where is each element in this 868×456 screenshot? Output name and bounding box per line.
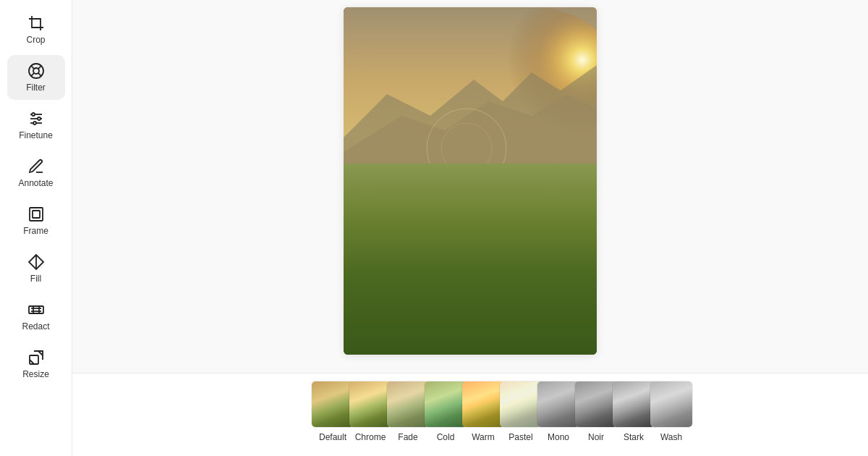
svg-line-33 xyxy=(528,210,532,355)
svg-point-37 xyxy=(373,217,380,232)
fill-icon xyxy=(27,253,45,271)
svg-point-44 xyxy=(459,174,471,200)
filter-label-cold: Cold xyxy=(437,432,455,442)
filter-item-cold[interactable]: Cold xyxy=(424,381,467,442)
sidebar-label-fill: Fill xyxy=(30,274,41,284)
svg-line-30 xyxy=(463,214,470,355)
resize-icon xyxy=(27,349,45,366)
filter-item-mono[interactable]: Mono xyxy=(537,381,580,442)
filter-item-fade[interactable]: Fade xyxy=(386,381,430,442)
filter-item-default[interactable]: Default xyxy=(311,381,354,442)
svg-rect-12 xyxy=(30,208,43,221)
svg-line-4 xyxy=(38,66,41,69)
sidebar-label-frame: Frame xyxy=(23,226,48,236)
filter-icon xyxy=(27,62,45,80)
filter-label-fade: Fade xyxy=(398,432,417,442)
filter-label-default: Default xyxy=(319,432,346,442)
redact-icon xyxy=(27,301,45,318)
filter-thumb-chrome xyxy=(349,381,392,428)
sidebar-item-fill[interactable]: Fill xyxy=(7,246,65,291)
filter-thumb-stark xyxy=(612,381,655,428)
filter-thumb-noir xyxy=(574,381,618,428)
sidebar-label-filter: Filter xyxy=(26,83,46,93)
svg-point-38 xyxy=(418,198,428,219)
filter-thumb-cold xyxy=(424,381,467,428)
filter-thumb-fade xyxy=(386,381,430,428)
svg-point-1 xyxy=(33,68,39,74)
svg-point-10 xyxy=(38,117,41,120)
svg-rect-13 xyxy=(33,211,40,218)
svg-line-5 xyxy=(30,73,33,76)
filter-item-pastel[interactable]: Pastel xyxy=(499,381,542,442)
sidebar-label-finetune: Finetune xyxy=(19,130,53,140)
sidebar-item-filter[interactable]: Filter xyxy=(7,55,65,100)
image-preview xyxy=(344,7,597,355)
svg-point-39 xyxy=(416,214,423,228)
svg-line-28 xyxy=(420,221,430,355)
svg-line-26 xyxy=(376,224,391,355)
sidebar-item-crop[interactable]: Crop xyxy=(7,7,65,52)
canvas-area xyxy=(72,0,868,373)
svg-point-36 xyxy=(379,208,388,226)
svg-line-25 xyxy=(373,217,383,355)
sidebar-label-crop: Crop xyxy=(26,35,45,45)
filter-item-stark[interactable]: Stark xyxy=(612,381,655,442)
finetune-icon xyxy=(27,110,45,127)
sidebar-item-finetune[interactable]: Finetune xyxy=(7,103,65,148)
sidebar-label-redact: Redact xyxy=(22,321,49,332)
svg-line-29 xyxy=(445,206,452,355)
sidebar-label-annotate: Annotate xyxy=(18,178,53,188)
svg-rect-22 xyxy=(344,181,597,355)
filter-label-mono: Mono xyxy=(548,432,569,442)
filter-label-warm: Warm xyxy=(472,432,495,442)
sidebar-item-resize[interactable]: Resize xyxy=(7,342,65,387)
sidebar-item-redact[interactable]: Redact xyxy=(7,294,65,339)
filter-label-noir: Noir xyxy=(588,432,604,442)
filter-thumb-default xyxy=(311,381,354,428)
filter-item-wash[interactable]: Wash xyxy=(650,381,693,442)
filter-item-chrome[interactable]: Chrome xyxy=(349,381,392,442)
filter-label-stark: Stark xyxy=(624,432,644,442)
filter-label-chrome: Chrome xyxy=(355,432,386,442)
svg-line-31 xyxy=(477,203,488,355)
filter-thumb-warm xyxy=(461,381,505,428)
svg-rect-14 xyxy=(29,306,43,313)
svg-line-27 xyxy=(409,210,423,355)
svg-point-9 xyxy=(32,113,35,116)
svg-line-3 xyxy=(38,73,41,76)
svg-point-41 xyxy=(459,206,467,221)
filter-thumb-pastel xyxy=(499,381,542,428)
svg-line-32 xyxy=(503,217,510,355)
image-container xyxy=(344,7,597,355)
frame-icon xyxy=(27,206,45,223)
svg-line-2 xyxy=(30,66,33,69)
svg-point-40 xyxy=(441,198,449,215)
sidebar: Crop Filter xyxy=(0,0,72,456)
svg-line-34 xyxy=(546,221,553,355)
filter-item-warm[interactable]: Warm xyxy=(461,381,505,442)
filter-item-noir[interactable]: Noir xyxy=(574,381,618,442)
filter-thumb-wash xyxy=(650,381,693,428)
filter-thumb-mono xyxy=(537,381,580,428)
svg-point-11 xyxy=(33,122,36,124)
annotate-icon xyxy=(27,158,45,175)
main-area: Crop Filter xyxy=(0,0,868,456)
sidebar-item-frame[interactable]: Frame xyxy=(7,198,65,243)
svg-line-35 xyxy=(568,203,575,355)
sidebar-label-resize: Resize xyxy=(22,369,49,379)
crop-icon xyxy=(27,14,45,32)
filter-label-wash: Wash xyxy=(660,432,682,442)
sidebar-item-annotate[interactable]: Annotate xyxy=(7,151,65,195)
content-area: Default Chrome Fade Cold xyxy=(72,0,868,456)
svg-line-42 xyxy=(351,246,362,355)
svg-rect-19 xyxy=(30,355,38,364)
svg-line-43 xyxy=(465,188,470,355)
filter-label-pastel: Pastel xyxy=(509,432,532,442)
filter-strip: Default Chrome Fade Cold xyxy=(72,373,868,456)
